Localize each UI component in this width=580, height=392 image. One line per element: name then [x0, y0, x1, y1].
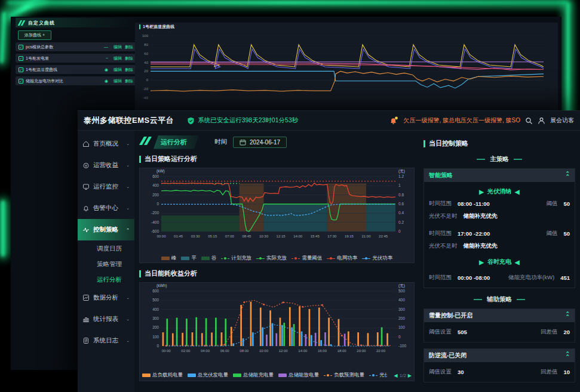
search-icon[interactable] [525, 117, 533, 125]
sidebar-item-3[interactable]: 告警中心⌄ [78, 197, 134, 219]
collapse-chevrons-icon[interactable]: ⌃⌃ [565, 353, 570, 359]
backflow-values-row: 阈值设置 30 回差值 10 [429, 366, 570, 378]
checkbox-icon[interactable]: ✓ [19, 45, 23, 50]
svg-text:600: 600 [152, 289, 159, 293]
checkbox-icon[interactable]: ✓ [19, 79, 23, 84]
sidebar: 首页概况⌄运营收益⌄运行监控⌄告警中心⌄控制策略⌃调度日历策略管理运行分析数据分… [78, 131, 134, 392]
svg-text:14:00: 14:00 [293, 234, 303, 238]
date-picker[interactable]: 2024-06-17 [233, 137, 287, 148]
checkbox-icon[interactable]: ✓ [19, 67, 23, 72]
legend-item[interactable]: 光伏预 [369, 372, 387, 379]
delete-curve-button[interactable]: 删除 [125, 67, 133, 73]
title-bar-icon [139, 24, 140, 29]
legend-item[interactable]: 谷 [201, 255, 217, 262]
delete-curve-button[interactable]: 删除 [125, 78, 133, 84]
revenue-icon [82, 162, 90, 169]
edit-curve-button[interactable]: 编辑 [113, 78, 122, 84]
legend-next-arrow[interactable]: ▶ [408, 373, 412, 378]
pv-block-row: 时间范围 17:00 -22:00 阈值 50 [429, 227, 570, 240]
strategy-icon [82, 226, 90, 233]
svg-text:500: 500 [398, 289, 405, 293]
svg-text:12:15: 12:15 [277, 234, 286, 238]
alert-icon [82, 205, 90, 212]
legend-prev-arrow[interactable]: ◀ [394, 373, 398, 378]
edit-curve-button[interactable]: 编辑 [113, 44, 122, 50]
legend-item[interactable]: 计划充放 [221, 255, 251, 262]
legend-item[interactable]: 光伏功率 [362, 255, 392, 262]
svg-text:10:30: 10:30 [259, 234, 269, 238]
delete-curve-button[interactable]: 删除 [125, 44, 133, 50]
demand-control-card-header[interactable]: 需量控制-已开启 ⌃⌃ [424, 309, 575, 322]
tab-run-analysis[interactable]: 运行分析 [154, 135, 199, 149]
legend-item[interactable]: 总负载耗电量 [142, 372, 183, 379]
legend-item[interactable]: 负载预测电量 [324, 372, 364, 379]
title-bar-icon [424, 140, 425, 147]
svg-text:400: 400 [152, 183, 159, 187]
anti-backflow-card-header[interactable]: 防逆流-已关闭 ⌃⌃ [424, 349, 575, 362]
legend-pagination: ◀ 1/2 ▶ [394, 373, 412, 378]
alarm-marquee-text: 欠压一级报警, 簇总电压欠压一级报警, 簇SO [403, 116, 520, 125]
edit-curve-button[interactable]: 编辑 [113, 67, 122, 73]
svg-text:01:45: 01:45 [174, 234, 183, 238]
svg-text:0: 0 [156, 344, 159, 348]
calendar-icon [240, 139, 246, 146]
legend-item[interactable]: 总储能充电量 [233, 372, 274, 379]
svg-text:08:45: 08:45 [242, 234, 251, 238]
smart-strategy-card-header[interactable]: 智能策略 ⌃⌃ [424, 169, 575, 182]
triangle-left-icon: ◀ [515, 189, 520, 195]
chevron-down-icon: ⌄ [126, 206, 130, 210]
svg-text:17:30: 17:30 [327, 234, 337, 238]
sidebar-item-5[interactable]: 数据分析⌄ [78, 287, 134, 308]
collapse-chevrons-icon[interactable]: ⌃⌃ [565, 172, 570, 178]
user-name[interactable]: 展会访客 [550, 116, 574, 125]
svg-text:10:00: 10:00 [259, 349, 269, 353]
custom-curves-title-row: 自定义曲线 [16, 18, 136, 27]
alarm-icon[interactable] [389, 116, 398, 125]
legend-item[interactable]: 需量阈值 [291, 255, 322, 262]
sidebar-item-0[interactable]: 首页概况⌄ [78, 133, 134, 155]
svg-text:300: 300 [152, 316, 159, 320]
legend-item[interactable]: 电网功率 [327, 255, 357, 262]
edit-curve-button[interactable]: 编辑 [113, 55, 122, 61]
temp-humidity-chart: 100806040200-20-40 [135, 31, 550, 106]
legend-item[interactable]: 平 [181, 255, 197, 262]
add-curve-button[interactable]: 添加曲线 + [18, 30, 51, 40]
svg-text:00:00: 00:00 [156, 234, 166, 238]
sidebar-item-4[interactable]: 控制策略⌃ [78, 219, 134, 240]
sidebar-item-7[interactable]: 系统日志⌄ [78, 330, 134, 351]
svg-text:22:00: 22:00 [376, 349, 386, 353]
eye-icon: ◉ [105, 67, 108, 72]
svg-text:100: 100 [152, 335, 159, 339]
legend-item[interactable]: 总光伏发电量 [188, 372, 228, 379]
sidebar-subitem-0[interactable]: 调度日历 [78, 240, 134, 256]
svg-text:-40: -40 [143, 96, 148, 100]
svg-text:02:00: 02:00 [181, 349, 191, 353]
curve-list-item[interactable]: ✓1号柜温湿度曲线◉编辑删除 [16, 65, 136, 74]
strategy-chart-panel: 6004002000-200-400-6001.210.80.60.40.20(… [139, 168, 415, 263]
sidebar-subitem-2[interactable]: 运行分析 [78, 271, 134, 287]
svg-text:(kW): (kW) [156, 169, 165, 174]
svg-text:14:00: 14:00 [298, 349, 308, 353]
chevron-up-icon: ⌃ [126, 228, 130, 232]
legend-item[interactable]: 峰 [161, 255, 177, 262]
svg-text:400: 400 [398, 298, 405, 302]
collapse-chevrons-icon[interactable]: ⌃⌃ [565, 313, 570, 319]
sidebar-item-2[interactable]: 运行监控⌄ [78, 176, 134, 197]
monitor-icon [82, 183, 90, 190]
sidebar-item-1[interactable]: 运营收益⌄ [78, 155, 134, 176]
sidebar-subitem-1[interactable]: 策略管理 [78, 256, 134, 271]
curve-list-item[interactable]: ✓储能充放电功率对比◉编辑删除 [16, 76, 136, 85]
svg-text:-200: -200 [151, 211, 159, 215]
temp-humidity-chart-title-row: 1号柜温湿度曲线 [135, 23, 558, 31]
checkbox-icon[interactable]: ✓ [19, 56, 23, 61]
legend-item[interactable]: 实际充放 [256, 255, 287, 262]
sidebar-item-6[interactable]: 统计报表⌄ [78, 308, 134, 330]
curve-list-item[interactable]: ✓pcs模块总参数—编辑删除 [16, 42, 136, 51]
user-icon[interactable] [538, 117, 545, 125]
delete-curve-button[interactable]: 删除 [125, 55, 133, 61]
curve-list-item[interactable]: ✓1号柜发电量~编辑删除 [16, 54, 136, 63]
neon-border-glow [0, 12, 6, 63]
pv-block-row: 时间范围 08:00 -11:00 阈值 50 [429, 197, 570, 210]
legend-item[interactable]: 总储能放电量 [278, 372, 319, 379]
chevron-down-icon: ⌄ [126, 142, 130, 146]
